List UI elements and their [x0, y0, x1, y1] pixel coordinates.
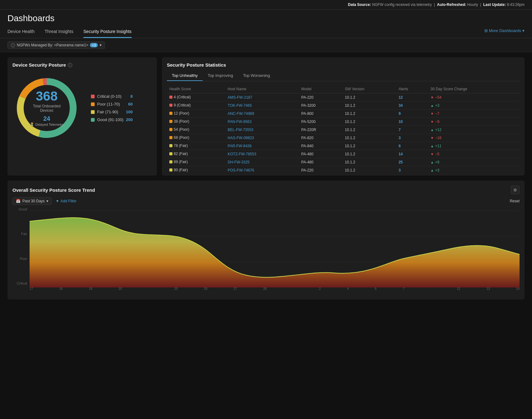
model-cell: PA-480 — [299, 150, 342, 158]
device-posture-title: Device Security Posture i — [12, 62, 152, 68]
sw-version-cell: 10.1.2 — [342, 101, 396, 110]
tab-top-unhealthy[interactable]: Top Unhealthy — [167, 71, 203, 81]
trend-card: Overall Security Posture Score Trend ⚙ 📅… — [7, 181, 525, 299]
col-alerts: Alerts — [396, 85, 428, 93]
hostname-cell[interactable]: KOTZ-FW-78553 — [225, 150, 299, 158]
filter-label: NGFWs Managed By: <Panorama name1> — [17, 43, 88, 47]
alerts-cell: 10 — [396, 118, 428, 126]
sw-version-cell: 10.1.2 — [342, 134, 396, 142]
score-change-cell: ▼−16 — [428, 134, 520, 142]
hostname-cell[interactable]: PAR-FW-8436 — [225, 142, 299, 150]
table-row: 89 (Fair)DH-FW-3325PA-48010.1.225▲+8 — [167, 158, 520, 166]
top-row: Device Security Posture i — [7, 57, 525, 176]
alerts-cell: 34 — [396, 101, 428, 110]
total-devices-count: 368 — [30, 90, 64, 103]
legend: Critical (0-10) 8 Poor (11-70) 60 Fair (… — [91, 94, 133, 122]
last-update-value: 8:43:26pm — [507, 2, 525, 7]
posture-stats-card: Security Posture Statistics Top Unhealth… — [162, 57, 525, 176]
tab-threat-insights[interactable]: Threat Insights — [45, 26, 73, 38]
calendar-icon: 📅 — [16, 199, 21, 203]
table-row: 9 (Critical)TOK-FW-7465PA-320010.1.234▲+… — [167, 101, 520, 110]
table-row: 68 (Poor)HAS-FW-09823PA-82010.1.23▼−16 — [167, 134, 520, 142]
device-posture-info-icon[interactable]: i — [68, 63, 72, 67]
sw-version-cell: 10.1.2 — [342, 118, 396, 126]
legend-critical: Critical (0-10) 8 — [91, 94, 133, 99]
reset-button[interactable]: Reset — [510, 199, 520, 203]
hostname-cell[interactable]: HAS-FW-09823 — [225, 134, 299, 142]
sw-version-cell: 10.1.2 — [342, 93, 396, 101]
filter-badge: +3 — [90, 43, 98, 47]
trend-header: Overall Security Posture Score Trend ⚙ — [12, 186, 520, 194]
score-change-cell: ▲+8 — [428, 158, 520, 166]
last-update-label: Last Update: — [483, 2, 506, 7]
health-score-cell: 89 (Fair) — [167, 158, 225, 166]
hostname-cell[interactable]: PAN-FW-8563 — [225, 118, 299, 126]
col-sw-version: SW Version — [342, 85, 396, 93]
donut-center: 368 Total Onboarded Devices 24 ⏳ Delayed… — [30, 90, 64, 126]
delayed-label: ⏳ Delayed Telemetry — [30, 122, 64, 126]
sw-version-cell: 10.1.2 — [342, 126, 396, 134]
trend-chart-svg — [30, 207, 520, 294]
date-range-picker[interactable]: 📅 Past 30 Days ▾ — [12, 197, 52, 205]
date-range-label: Past 30 Days — [22, 199, 45, 203]
page-title: Dashboards — [7, 13, 525, 26]
y-label-fair: Fair — [12, 232, 30, 236]
y-label-poor: Poor — [12, 257, 30, 261]
alerts-cell: 7 — [396, 126, 428, 134]
y-label-critical: Critical — [12, 281, 30, 285]
hostname-cell[interactable]: POS-FW-74676 — [225, 166, 299, 174]
more-dashboards-button[interactable]: ⊞ More Dashboards ▾ — [484, 28, 525, 36]
hostname-cell[interactable]: BEL-FW-73553 — [225, 126, 299, 134]
tab-security-posture[interactable]: Security Posture Insights — [83, 26, 132, 38]
alerts-cell: 6 — [396, 142, 428, 150]
sw-version-cell: 10.1.2 — [342, 150, 396, 158]
health-score-cell: 90 (Fair) — [167, 166, 225, 174]
trend-title: Overall Security Posture Score Trend — [12, 187, 95, 193]
model-cell: PA-220 — [299, 166, 342, 174]
score-change-cell: ▲+3 — [428, 101, 520, 110]
score-change-cell: ▼−9 — [428, 118, 520, 126]
nav-tabs: Device Health Threat Insights Security P… — [7, 26, 525, 38]
filter-bar: i NGFWs Managed By: <Panorama name1> +3 … — [0, 38, 532, 52]
hostname-cell[interactable]: DH-FW-3325 — [225, 158, 299, 166]
health-score-cell: 82 (Fair) — [167, 150, 225, 158]
model-cell: PA-820 — [299, 134, 342, 142]
health-score-cell: 38 (Poor) — [167, 118, 225, 126]
hostname-cell[interactable]: AMS-FW-2187 — [225, 93, 299, 101]
tab-device-health[interactable]: Device Health — [7, 26, 35, 38]
model-cell: PA-220 — [299, 93, 342, 101]
more-dashboards-icon: ⊞ — [484, 28, 488, 33]
tab-top-improving[interactable]: Top Improving — [203, 71, 238, 81]
model-cell: PA-220R — [299, 126, 342, 134]
main-content: Device Security Posture i — [0, 52, 532, 304]
legend-good: Good (91-100) 200 — [91, 117, 133, 122]
col-health-score: Health Score — [167, 85, 225, 93]
table-row: 90 (Fair)POS-FW-74676PA-22010.1.23▲+3 — [167, 166, 520, 174]
health-score-cell: 54 (Poor) — [167, 126, 225, 134]
model-cell: PA-480 — [299, 158, 342, 166]
info-icon: i — [11, 43, 15, 47]
hostname-cell[interactable]: TOK-FW-7465 — [225, 101, 299, 110]
device-posture-card: Device Security Posture i — [7, 57, 157, 176]
gear-button[interactable]: ⚙ — [511, 186, 520, 194]
date-range-arrow: ▾ — [46, 199, 48, 203]
tab-top-worsening[interactable]: Top Worsening — [238, 71, 275, 81]
chevron-down-icon: ▾ — [522, 28, 525, 33]
y-axis-labels: Good Fair Poor Critical — [12, 207, 30, 285]
table-row: 78 (Fair)PAR-FW-8436PA-84010.1.26▲+11 — [167, 142, 520, 150]
stats-table-head: Health Score Host Name Model SW Version … — [167, 85, 520, 93]
score-change-cell: ▼−54 — [428, 93, 520, 101]
filter-icon: ▼ — [55, 199, 59, 203]
hostname-cell[interactable]: ANC-FW-74989 — [225, 110, 299, 118]
add-filter-button[interactable]: ▼ Add Filter — [55, 199, 76, 203]
stats-tabs: Top Unhealthy Top Improving Top Worsenin… — [167, 71, 520, 81]
auto-refreshed-label: Auto-Refreshed: — [437, 2, 466, 7]
table-row: 54 (Poor)BEL-FW-73553PA-220R10.1.27▲+12 — [167, 126, 520, 134]
panorama-filter[interactable]: i NGFWs Managed By: <Panorama name1> +3 … — [7, 41, 105, 49]
x-axis-labels: 17 18 19 20 25 26 27 28 2 4 6 7 12 13 14 — [30, 287, 520, 294]
data-source-label: Data Source: — [348, 2, 371, 7]
table-row: 82 (Fair)KOTZ-FW-78553PA-48010.1.214▼−5 — [167, 150, 520, 158]
donut-area: 368 Total Onboarded Devices 24 ⏳ Delayed… — [12, 71, 152, 145]
table-row: 38 (Poor)PAN-FW-8563PA-520010.1.210▼−9 — [167, 118, 520, 126]
alerts-cell: 25 — [396, 158, 428, 166]
